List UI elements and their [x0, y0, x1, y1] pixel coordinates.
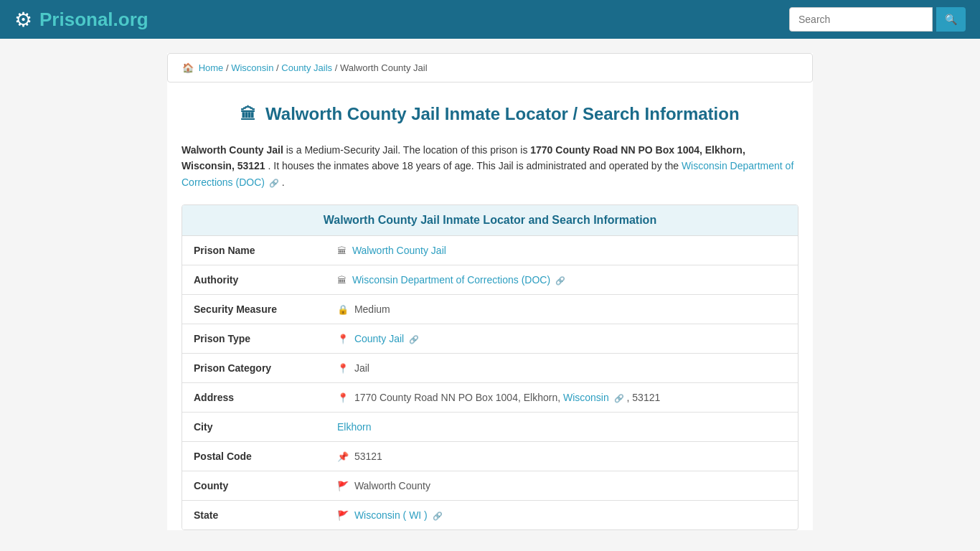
- value-security: 🔒 Medium: [326, 295, 798, 324]
- value-prison-name: 🏛 Walworth County Jail: [326, 236, 798, 265]
- info-section-header: Walworth County Jail Inmate Locator and …: [182, 205, 798, 236]
- label-security: Security Measure: [182, 295, 326, 324]
- prison-name-bold: Walworth County Jail: [182, 144, 283, 156]
- address-state-link[interactable]: Wisconsin: [563, 392, 609, 403]
- logo-icon: ⚙: [14, 8, 32, 32]
- ext-link-icon-authority: 🔗: [555, 276, 565, 285]
- postal-code-value: 53121: [354, 451, 382, 462]
- label-authority: Authority: [182, 265, 326, 295]
- logo-ext: .org: [113, 9, 149, 30]
- label-state: State: [182, 501, 326, 530]
- ext-link-icon-address: 🔗: [614, 394, 624, 402]
- external-link-icon-desc: 🔗: [269, 179, 279, 187]
- security-value: Medium: [354, 303, 390, 315]
- building-icon: 🏛: [240, 105, 256, 123]
- label-postal-code: Postal Code: [182, 442, 326, 471]
- address-text-part2: , 53121: [627, 392, 661, 403]
- info-section: Walworth County Jail Inmate Locator and …: [182, 204, 798, 530]
- flag-icon-state: 🚩: [337, 510, 349, 521]
- breadcrumb-state[interactable]: Wisconsin: [231, 62, 273, 73]
- breadcrumb-type[interactable]: County Jails: [281, 62, 332, 73]
- prison-category-value: Jail: [354, 362, 369, 374]
- table-row: Prison Name 🏛 Walworth County Jail: [182, 236, 798, 265]
- description-text: Walworth County Jail is a Medium-Securit…: [182, 142, 798, 190]
- table-row: Prison Type 📍 County Jail 🔗: [182, 324, 798, 354]
- breadcrumb: 🏠 Home / Wisconsin / County Jails / Walw…: [167, 53, 813, 83]
- site-logo[interactable]: ⚙ Prisonal.org: [14, 8, 149, 32]
- value-state: 🚩 Wisconsin ( WI ) 🔗: [326, 501, 798, 530]
- label-prison-name: Prison Name: [182, 236, 326, 265]
- page-title: 🏛 Walworth County Jail Inmate Locator / …: [182, 104, 798, 124]
- table-row: Authority 🏛 Wisconsin Department of Corr…: [182, 265, 798, 295]
- site-header: ⚙ Prisonal.org 🔍: [0, 0, 980, 39]
- search-form: 🔍: [789, 7, 966, 32]
- table-row: Address 📍 1770 County Road NN PO Box 100…: [182, 383, 798, 413]
- authority-link[interactable]: Wisconsin Department of Corrections (DOC…: [352, 274, 550, 286]
- breadcrumb-home[interactable]: Home: [199, 62, 224, 73]
- table-row: City Elkhorn: [182, 413, 798, 442]
- main-content: 🏠 Home / Wisconsin / County Jails / Walw…: [167, 53, 813, 530]
- logo-main: Prisonal: [39, 9, 113, 30]
- value-address: 📍 1770 County Road NN PO Box 1004, Elkho…: [326, 383, 798, 413]
- table-row: State 🚩 Wisconsin ( WI ) 🔗: [182, 501, 798, 530]
- pin-icon-postal: 📌: [337, 451, 349, 462]
- search-input[interactable]: [789, 7, 933, 32]
- search-button[interactable]: 🔍: [936, 7, 966, 32]
- prison-name-link[interactable]: Walworth County Jail: [352, 245, 446, 256]
- table-row: Postal Code 📌 53121: [182, 442, 798, 471]
- ext-link-icon-state: 🔗: [433, 512, 443, 520]
- table-row: Security Measure 🔒 Medium: [182, 295, 798, 324]
- flag-icon-county: 🚩: [337, 481, 349, 491]
- state-link[interactable]: Wisconsin ( WI ): [354, 509, 428, 521]
- label-county: County: [182, 471, 326, 501]
- table-row: Prison Category 📍 Jail: [182, 354, 798, 383]
- city-link[interactable]: Elkhorn: [337, 421, 371, 433]
- page-title-section: 🏛 Walworth County Jail Inmate Locator / …: [167, 90, 813, 131]
- info-table: Prison Name 🏛 Walworth County Jail Autho…: [182, 236, 798, 529]
- value-postal-code: 📌 53121: [326, 442, 798, 471]
- label-prison-type: Prison Type: [182, 324, 326, 354]
- value-county: 🚩 Walworth County: [326, 471, 798, 501]
- value-authority: 🏛 Wisconsin Department of Corrections (D…: [326, 265, 798, 295]
- ext-link-icon-type: 🔗: [409, 335, 419, 344]
- description-section: Walworth County Jail is a Medium-Securit…: [167, 131, 813, 204]
- address-text-part1: 1770 County Road NN PO Box 1004, Elkhorn…: [354, 392, 563, 403]
- label-prison-category: Prison Category: [182, 354, 326, 383]
- county-value: Walworth County: [354, 480, 430, 491]
- value-city: Elkhorn: [326, 413, 798, 442]
- location-icon-type: 📍: [337, 334, 349, 344]
- lock-icon: 🔒: [337, 304, 349, 315]
- location-icon-address: 📍: [337, 392, 349, 403]
- breadcrumb-current: Walworth County Jail: [340, 62, 428, 73]
- table-row: County 🚩 Walworth County: [182, 471, 798, 501]
- label-city: City: [182, 413, 326, 442]
- value-prison-type: 📍 County Jail 🔗: [326, 324, 798, 354]
- location-icon-category: 📍: [337, 363, 349, 374]
- home-icon: 🏠: [182, 62, 194, 73]
- label-address: Address: [182, 383, 326, 413]
- logo-text: Prisonal.org: [39, 9, 149, 31]
- authority-icon: 🏛: [337, 275, 347, 286]
- prison-type-link[interactable]: County Jail: [354, 333, 404, 344]
- prison-icon: 🏛: [337, 245, 347, 256]
- value-prison-category: 📍 Jail: [326, 354, 798, 383]
